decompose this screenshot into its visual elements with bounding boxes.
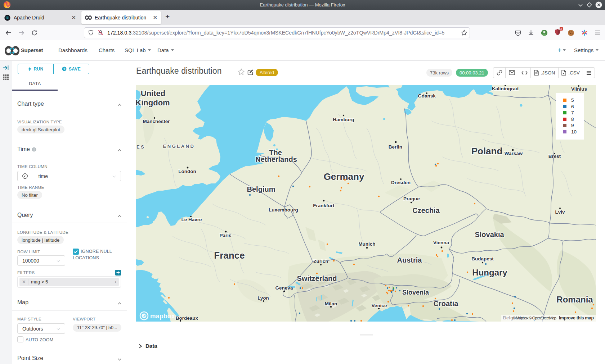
svg-text:8: 8 [571,117,574,122]
svg-text:Netherlands: Netherlands [255,155,297,163]
svg-text:Romania: Romania [556,295,593,304]
svg-text:Slovenia: Slovenia [402,289,429,296]
svg-text:Milan: Milan [325,301,337,306]
svg-text:Poland: Poland [471,146,503,156]
svg-text:Venice: Venice [372,303,387,308]
svg-text:Prague: Prague [403,196,420,201]
svg-text:Budapest: Budapest [471,256,494,261]
svg-text:Croatia: Croatia [434,300,459,308]
svg-text:Austria: Austria [397,256,422,264]
svg-text:Czechia: Czechia [412,206,440,214]
svg-text:Switzerland: Switzerland [297,274,337,282]
svg-text:Geneva: Geneva [275,285,293,291]
svg-text:London: London [178,169,196,174]
svg-text:Manchester: Manchester [143,119,170,124]
svg-text:Slovakia: Slovakia [475,231,504,238]
svg-text:Le Havre: Le Havre [181,217,202,222]
svg-text:6: 6 [571,104,574,109]
svg-text:7: 7 [571,110,574,115]
svg-text:Frankfurt: Frankfurt [313,203,335,208]
svg-text:Lviv: Lviv [555,209,565,215]
svg-text:Warsaw: Warsaw [505,151,523,156]
svg-text:Kaliningrad: Kaliningrad [492,86,519,91]
svg-text:Dresden: Dresden [391,180,411,185]
svg-text:Luxembourg: Luxembourg [269,207,298,213]
svg-text:Bordeaux: Bordeaux [176,315,198,321]
svg-text:Vienna: Vienna [433,240,449,245]
svg-text:Belgium: Belgium [247,185,275,193]
svg-text:Brest: Brest [548,154,561,159]
svg-text:Lyon: Lyon [257,295,269,301]
svg-text:Kingdom: Kingdom [136,98,170,107]
svg-text:© Mapbox © OpenStreetMap: © Mapbox © OpenStreetMap [512,315,556,320]
svg-text:Hungary: Hungary [472,268,507,277]
svg-text:ES: ES [136,144,145,150]
svg-text:Germany: Germany [324,171,364,182]
svg-text:Improve this map: Improve this map [559,315,594,320]
svg-text:ENGLAND: ENGLAND [163,144,195,149]
svg-text:Paris: Paris [219,233,231,238]
svg-text:Gdansk: Gdansk [418,93,436,99]
svg-text:Zurich: Zurich [313,259,328,264]
svg-text:10: 10 [571,129,577,135]
svg-text:United: United [141,89,165,98]
svg-text:France: France [214,250,245,261]
svg-text:Berlin: Berlin [389,144,402,150]
svg-text:mapbox: mapbox [150,313,175,320]
svg-text:5: 5 [571,97,574,103]
svg-text:Munich: Munich [358,241,375,247]
svg-text:9: 9 [571,123,574,128]
svg-text:Hamburg: Hamburg [333,117,354,122]
svg-text:Vilnius: Vilnius [571,86,587,92]
